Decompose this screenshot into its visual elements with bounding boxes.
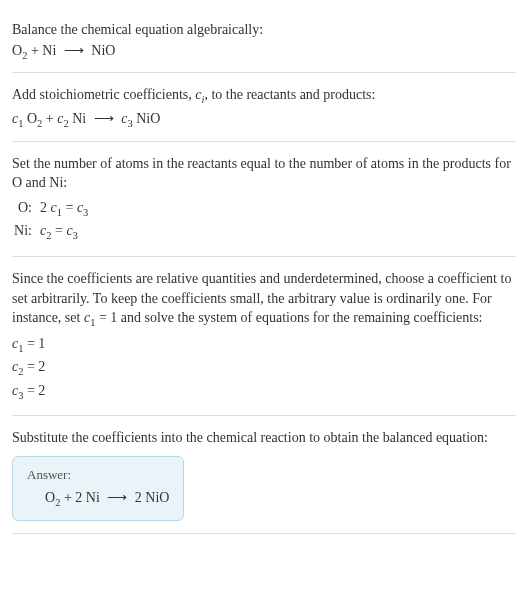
eq-text: O2 + Ni ⟶ NiO [12, 43, 115, 58]
o-text: O [23, 111, 37, 126]
section-atoms: Set the number of atoms in the reactants… [12, 142, 516, 257]
section-problem: Balance the chemical equation algebraica… [12, 8, 516, 73]
cf1-v: = 1 [23, 336, 45, 351]
coeff-3: c3 = 2 [12, 380, 516, 404]
stoich-intro: Add stoichiometric coefficients, ci, to … [12, 85, 516, 107]
atom-row-o: O: 2 c1 = c3 [12, 197, 516, 221]
atoms-intro: Set the number of atoms in the reactants… [12, 154, 516, 193]
ans-o: O [45, 490, 55, 505]
balanced-equation: O2 + 2 Ni ⟶ 2 NiO [27, 489, 169, 508]
ans-rest: + 2 Ni ⟶ 2 NiO [60, 490, 169, 505]
cf3-v: = 2 [23, 383, 45, 398]
nio-text: NiO [133, 111, 161, 126]
unbalanced-equation: O2 + Ni ⟶ NiO [12, 42, 516, 61]
problem-intro: Balance the chemical equation algebraica… [12, 20, 516, 40]
section-stoich: Add stoichiometric coefficients, ci, to … [12, 73, 516, 141]
o-eq: = [62, 200, 77, 215]
answer-box: Answer: O2 + 2 Ni ⟶ 2 NiO [12, 456, 184, 521]
atom-label-o: O: [12, 197, 40, 221]
ni-eq: = [51, 223, 66, 238]
atom-table: O: 2 c1 = c3 Ni: c2 = c3 [12, 197, 516, 244]
section-answer: Substitute the coefficients into the che… [12, 416, 516, 533]
section-solve: Since the coefficients are relative quan… [12, 257, 516, 416]
atom-row-ni: Ni: c2 = c3 [12, 220, 516, 244]
stoich-intro-b: , to the reactants and products: [204, 87, 375, 102]
o-pre: 2 [40, 200, 51, 215]
atom-eq-ni: c2 = c3 [40, 220, 516, 244]
c2-sub: 2 [63, 118, 68, 129]
stoich-equation: c1 O2 + c2 Ni ⟶ c3 NiO [12, 110, 516, 129]
answer-intro: Substitute the coefficients into the che… [12, 428, 516, 448]
coeff-2: c2 = 2 [12, 356, 516, 380]
atom-label-ni: Ni: [12, 220, 40, 244]
coeff-1: c1 = 1 [12, 333, 516, 357]
solve-intro: Since the coefficients are relative quan… [12, 269, 516, 331]
ni-arrow: Ni ⟶ [69, 111, 122, 126]
plus: + [42, 111, 57, 126]
stoich-intro-a: Add stoichiometric coefficients, [12, 87, 195, 102]
o-rsub: 3 [83, 207, 88, 218]
ni-rsub: 3 [73, 230, 78, 241]
solve-intro-b: = 1 and solve the system of equations fo… [95, 310, 482, 325]
atom-eq-o: 2 c1 = c3 [40, 197, 516, 221]
cf2-v: = 2 [23, 359, 45, 374]
answer-label: Answer: [27, 467, 169, 483]
